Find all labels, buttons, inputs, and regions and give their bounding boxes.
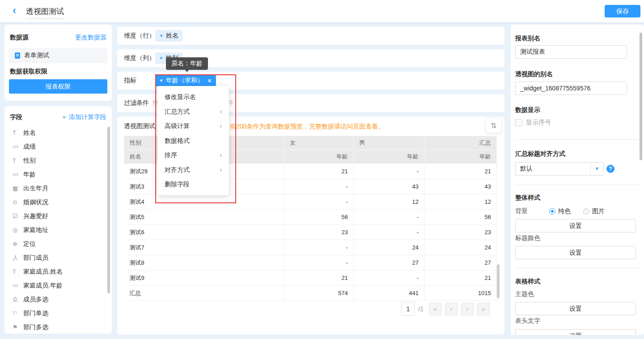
field-label: 性别 (23, 157, 36, 165)
report-permission-button[interactable]: 报表权限 (9, 79, 107, 94)
field-label: 姓名 (23, 129, 36, 137)
table-row: 汇总5744411015 (124, 286, 497, 301)
field-label: 定位 (23, 240, 36, 248)
field-item[interactable]: ◎家庭地址 (4, 223, 112, 237)
field-item[interactable]: ⊙婚姻状况 (4, 195, 112, 209)
field-label: 成绩 (23, 143, 36, 151)
field-item[interactable]: ☑兴趣爱好 (4, 209, 112, 223)
current-page[interactable]: 1 (401, 302, 415, 316)
cell-value: 23 (284, 225, 354, 240)
field-label: 部门多选 (23, 323, 48, 331)
page-title: 透视图测试 (26, 6, 64, 19)
menu-item[interactable]: 删除字段 (157, 177, 229, 192)
header-cell: 年龄 (354, 150, 424, 164)
checkbox-icon[interactable] (515, 119, 522, 126)
submenu-arrow-icon: › (220, 148, 222, 163)
menu-item[interactable]: 排序› (157, 148, 229, 163)
header-cell: 年龄 (284, 150, 354, 164)
menu-item[interactable]: 高级计算› (157, 119, 229, 133)
cell-value: 21 (284, 270, 354, 286)
cell-value: - (354, 225, 424, 240)
show-index-label: 显示序号 (526, 119, 551, 127)
cell-value: 27 (354, 255, 424, 270)
cell-value: 23 (424, 225, 497, 240)
table-row: 测试623-23 (124, 225, 497, 240)
metric-tag[interactable]: ▼ 年龄（求和） ✕ (155, 75, 216, 86)
theme-color-set-button[interactable]: 设置 (515, 302, 636, 315)
chevron-down-icon: ▼ (159, 34, 163, 38)
solid-label: 纯色 (558, 207, 571, 215)
field-item[interactable]: 人部门成员 (4, 251, 112, 265)
settings-panel: 报表别名 透视图的别名 数据显示 显示序号 汇总标题对齐方式 默认 ▼ ? 整体… (511, 25, 644, 335)
menu-item[interactable]: 修改显示名 (157, 90, 229, 104)
next-page-button[interactable]: › (461, 303, 474, 315)
field-label: 部门成员 (23, 254, 48, 262)
header-cell: 男 (354, 136, 424, 150)
menu-item[interactable]: 对齐方式› (157, 163, 229, 177)
image-radio[interactable] (583, 208, 589, 215)
chevron-down-icon: ▼ (159, 78, 163, 83)
position-icon: ⊕ (13, 240, 23, 247)
field-item[interactable]: ⚑部门多选 (4, 320, 112, 334)
menu-item[interactable]: 汇总方式› (157, 104, 229, 119)
add-calc-field-link[interactable]: ＋ 添加计算字段 (61, 113, 106, 121)
field-label: 婚姻状况 (23, 198, 48, 206)
field-item[interactable]: ⚐部门单选 (4, 306, 112, 320)
cell-value: 574 (284, 286, 354, 301)
cell-value: 441 (354, 286, 424, 301)
col-dimension-label: 维度（列） (124, 54, 155, 62)
data-display-label: 数据显示 (515, 106, 540, 114)
field-item[interactable]: T姓名 (4, 126, 112, 140)
row-label: 汇总 (124, 286, 284, 301)
solid-radio[interactable] (549, 208, 555, 215)
background-set-button[interactable]: 设置 (515, 219, 636, 232)
field-item[interactable]: 123年龄 (4, 167, 112, 181)
field-label: 家庭成员.姓名 (23, 268, 63, 276)
field-item[interactable]: ▦出生年月 (4, 181, 112, 195)
header-text-set-button[interactable]: 设置 (515, 329, 636, 335)
cell-value: 56 (284, 210, 354, 225)
menu-item-label: 对齐方式 (165, 163, 190, 177)
report-alias-input[interactable] (515, 45, 627, 59)
row-dimension-tag[interactable]: ▼ 姓名 (155, 30, 182, 42)
settings-scrollbar[interactable] (640, 33, 642, 160)
permission-title: 数据获取权限 (10, 68, 47, 76)
save-button[interactable]: 保存 (605, 5, 640, 17)
table-row: 测试8-2727 (124, 255, 497, 270)
checkbox-icon: ☑ (13, 213, 23, 219)
show-index-checkbox-row[interactable]: 显示序号 (515, 119, 551, 127)
title-color-set-button[interactable]: 设置 (515, 246, 636, 259)
summary-align-select[interactable]: 默认 ▼ (515, 162, 604, 176)
cell-value: 1015 (424, 286, 497, 301)
field-item[interactable]: T性别 (4, 154, 112, 167)
menu-item[interactable]: 数据格式 (157, 133, 229, 148)
field-label: 兴趣爱好 (23, 212, 48, 220)
prev-page-button[interactable]: ‹ (445, 303, 458, 315)
help-icon[interactable]: ? (606, 165, 614, 173)
fields-scrollbar[interactable] (107, 127, 110, 293)
summary-align-value: 默认 (516, 165, 590, 173)
menu-item-label: 数据格式 (165, 133, 190, 148)
change-datasource-link[interactable]: 更改数据源 (75, 34, 106, 42)
datasource-item[interactable]: 表单测试 (9, 48, 107, 63)
back-icon[interactable]: ‹ (13, 4, 16, 17)
overall-style-label: 整体样式 (515, 194, 540, 202)
table-row: 测试921-21 (124, 270, 497, 286)
number-icon: 123 (13, 283, 23, 288)
last-page-button[interactable]: » (477, 303, 490, 315)
field-item[interactable]: 123成绩 (4, 140, 112, 154)
table-scrollbar[interactable] (497, 264, 500, 298)
header-cell: 年龄 (424, 150, 497, 164)
sort-icon[interactable]: ⇅ (486, 118, 502, 133)
field-list: T姓名123成绩T性别123年龄▦出生年月⊙婚姻状况☑兴趣爱好◎家庭地址⊕定位人… (4, 126, 112, 334)
pivot-alias-input[interactable] (515, 82, 627, 95)
field-item[interactable]: 众成员多选 (4, 292, 112, 306)
field-item[interactable]: T家庭成员.姓名 (4, 265, 112, 279)
first-page-button[interactable]: « (429, 303, 441, 315)
field-item[interactable]: 123家庭成员.年龄 (4, 279, 112, 292)
field-item[interactable]: ⊕定位 (4, 237, 112, 251)
fields-panel: 字段 ＋ 添加计算字段 T姓名123成绩T性别123年龄▦出生年月⊙婚姻状况☑兴… (4, 106, 112, 334)
table-row: 测试556-56 (124, 210, 497, 225)
remove-icon[interactable]: ✕ (207, 77, 212, 84)
background-label: 背景 (515, 207, 528, 215)
